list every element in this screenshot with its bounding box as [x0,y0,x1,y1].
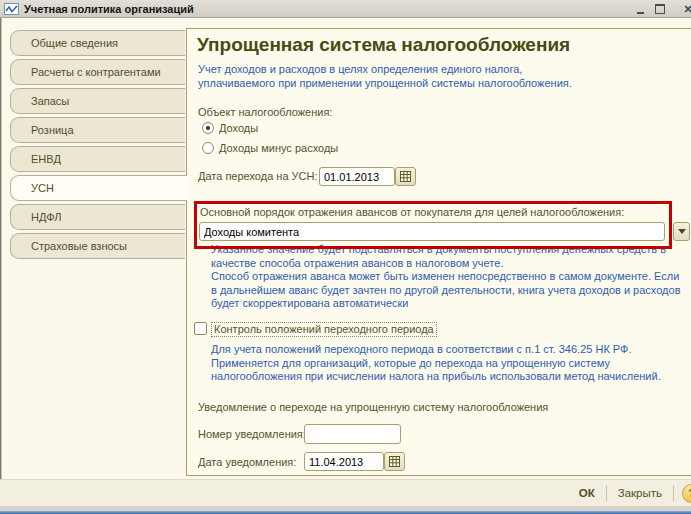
checkbox-label: Контроль положений переходного периода [211,322,437,337]
tab-label: Расчеты с контрагентами [31,66,161,78]
separator [673,485,674,501]
sidebar-tab-zapasy[interactable]: Запасы [10,88,185,114]
dropdown-icon [678,229,686,234]
maximize-button[interactable] [653,3,667,15]
notification-date-calendar-button[interactable] [384,452,405,471]
sidebar-tab-usn[interactable]: УСН [10,175,187,201]
window-icon [4,3,19,15]
transition-date-calendar-button[interactable] [395,167,416,186]
note-line: качестве способа отражения авансов в нал… [211,257,681,271]
advance-order-note: Указанное значение будет подставляться в… [211,243,681,311]
tab-label: Запасы [31,95,69,107]
advance-order-label: Основной порядок отражения авансов от по… [200,206,624,218]
ok-button[interactable]: ОК [568,487,606,499]
note-line: Способ отражения аванса может быть измен… [211,270,681,284]
radio-icon [202,142,214,154]
transition-control-checkbox[interactable]: Контроль положений переходного периода [194,322,437,337]
calendar-icon [389,456,400,467]
notification-date-label: Дата уведомления: [198,456,296,468]
notification-section-label: Уведомление о переходе на упрощенную сис… [198,401,548,413]
notification-date-input[interactable] [304,452,384,471]
tab-label: УСН [31,182,54,194]
window-title: Учетная политика организаций [24,3,194,15]
tab-label: Розница [31,124,74,136]
sidebar-tab-obshchie-svedeniya[interactable]: Общие сведения [10,30,185,56]
radio-label: Доходы минус расходы [219,142,338,154]
transition-date-label: Дата перехода на УСН: [198,170,318,182]
titlebar[interactable]: Учетная политика организаций ✕ [0,0,691,18]
advance-order-dropdown-button[interactable] [673,222,690,241]
description-line: Учет доходов и расходов в целях определе… [198,62,572,76]
checkbox-icon [194,322,207,335]
description-line: уплачиваемого при применении упрощенной … [198,76,572,90]
close-window-button[interactable]: Закрыть [607,487,673,499]
sidebar-tab-envd[interactable]: ЕНВД [10,146,185,172]
sidebar-tab-ndfl[interactable]: НДФЛ [10,204,185,230]
page-description: Учет доходов и расходов в целях определе… [198,62,572,90]
note-line: в дальнейшем аванс будет зачтен по друго… [211,284,681,298]
minimize-button[interactable] [633,3,647,15]
tab-label: Общие сведения [31,37,118,49]
radio-dokhody-minus-raskhody[interactable]: Доходы минус расходы [202,142,338,154]
notification-number-input[interactable] [304,424,401,444]
help-button[interactable]: ? [682,484,691,503]
page-title: Упрощенная система налогообложения [197,34,570,56]
close-icon: ✕ [683,3,691,15]
taxation-object-label: Объект налогообложения: [198,106,332,118]
radio-dokhody[interactable]: Доходы [202,122,258,134]
maximize-icon [655,4,665,14]
notification-number-label: Номер уведомления: [198,428,306,440]
radio-icon [202,122,214,134]
radio-label: Доходы [219,122,258,134]
note-line: налогообложения при исчислении налога на… [211,370,661,384]
note-line: будет скорректирована автоматически [211,297,681,311]
advance-order-combo-input[interactable] [199,222,665,241]
accounting-policy-window: Учетная политика организаций ✕ Общие све… [0,0,691,514]
note-line: Для учета положений переходного периода … [211,343,661,357]
sidebar-tab-strakhovye-vznosy[interactable]: Страховые взносы [10,233,185,259]
tab-label: Страховые взносы [31,240,127,252]
sidebar-tab-roznitsa[interactable]: Розница [10,117,185,143]
minimize-icon [637,12,644,14]
close-button[interactable]: ✕ [681,3,691,15]
note-line: Указанное значение будет подставляться в… [211,243,681,257]
tab-label: НДФЛ [31,211,61,223]
calendar-icon [400,171,411,182]
transition-control-note: Для учета положений переходного периода … [211,343,661,384]
usn-tab-page: Упрощенная система налогообложения Учет … [186,28,691,476]
tab-label: ЕНВД [31,153,61,165]
footer-button-bar: ОК Закрыть ? [0,479,691,506]
sidebar-tab-raschety-s-kontragentami[interactable]: Расчеты с контрагентами [10,59,185,85]
note-line: Применяется для организаций, которые до … [211,357,661,371]
transition-date-input[interactable] [319,167,395,186]
